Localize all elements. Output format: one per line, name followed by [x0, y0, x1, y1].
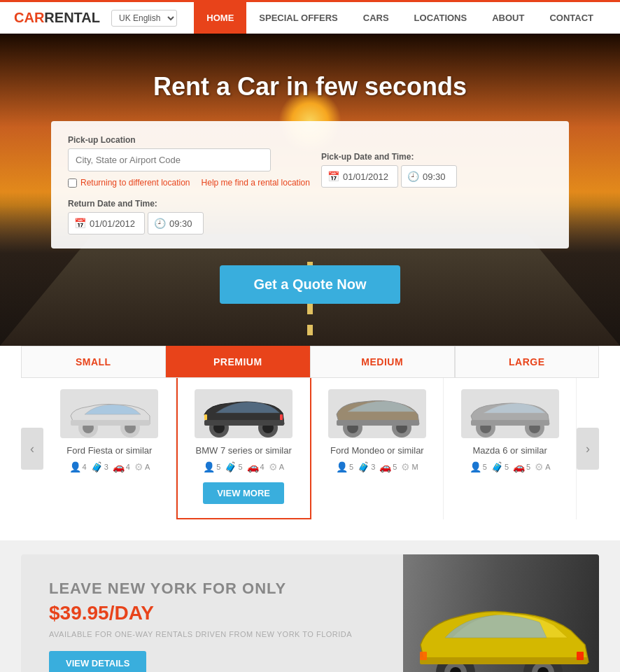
- language-select[interactable]: UK English: [111, 10, 177, 27]
- car-image-2: [195, 389, 293, 438]
- pickup-date-label: Pick-up Date and Time:: [321, 152, 457, 162]
- car-card-2: BMW 7 series or similar 👤5 🧳5 🚗4 ⚙A VIEW…: [176, 378, 311, 519]
- pickup-date-value: 01/01/2012: [343, 172, 388, 182]
- hero-title: Rent a Car in few seconds: [153, 72, 467, 102]
- car-image-3: [328, 389, 426, 438]
- car-card-3: Ford Mondeo or similar 👤5 🧳3 🚗5 ⚙M: [311, 378, 444, 519]
- car-name-4: Mazda 6 or similar: [453, 445, 566, 456]
- car-specs-3: 👤5 🧳3 🚗5 ⚙M: [321, 461, 434, 472]
- promo-section: LEAVE NEW YORK FOR ONLY $39.95/DAY AVAIL…: [21, 554, 599, 672]
- car-image-4: [461, 389, 559, 438]
- cars-grid-wrapper: ‹ Ford Fiesta or similar: [21, 378, 599, 519]
- spec-bags-3: 🧳3: [358, 461, 375, 472]
- spec-passengers-2: 👤5: [203, 461, 220, 472]
- svg-rect-26: [420, 657, 588, 664]
- spec-bags-2: 🧳5: [225, 461, 242, 472]
- car-name-3: Ford Mondeo or similar: [321, 445, 434, 456]
- car-category-tabs: SMALL PREMIUM MEDIUM LARGE: [21, 346, 599, 378]
- search-form: Pick-up Location Returning to different …: [51, 121, 569, 248]
- returning-checkbox[interactable]: [68, 178, 77, 188]
- prev-cars-button[interactable]: ‹: [21, 428, 43, 470]
- svg-rect-11: [280, 414, 283, 420]
- return-date-value: 01/01/2012: [90, 218, 135, 229]
- spec-doors-4: 🚗5: [513, 461, 530, 472]
- promo-image: [403, 554, 599, 672]
- spec-doors-2: 🚗4: [247, 461, 265, 472]
- logo-car: CAR: [14, 10, 44, 25]
- main-nav: HOME SPECIAL OFFERS CARS LOCATIONS ABOUT…: [194, 1, 606, 35]
- calendar-icon: 📅: [327, 171, 339, 182]
- spec-trans-1: ⚙A: [134, 461, 150, 472]
- tab-small[interactable]: SMALL: [21, 346, 166, 377]
- top-navigation: CARRENTAL UK English HOME SPECIAL OFFERS…: [0, 0, 620, 34]
- return-date-label: Return Date and Time:: [68, 199, 204, 209]
- car-card-1: Ford Fiesta or similar 👤4 🧳3 🚗4 ⚙A: [43, 378, 176, 519]
- spec-trans-2: ⚙A: [269, 461, 284, 472]
- logo-rental: RENTAL: [44, 10, 100, 25]
- car-specs-1: 👤4 🧳3 🚗4 ⚙A: [53, 461, 166, 472]
- car-name-2: BMW 7 series or similar: [188, 445, 300, 456]
- pickup-time-input[interactable]: 🕘 09:30: [401, 165, 457, 188]
- clock-icon-2: 🕘: [154, 218, 166, 229]
- pickup-date-input[interactable]: 📅 01/01/2012: [321, 165, 398, 188]
- nav-contact[interactable]: CONTACT: [537, 1, 606, 35]
- cars-grid: Ford Fiesta or similar 👤4 🧳3 🚗4 ⚙A: [43, 378, 577, 519]
- spec-trans-3: ⚙M: [401, 461, 418, 472]
- svg-rect-10: [204, 414, 207, 420]
- promo-text-area: LEAVE NEW YORK FOR ONLY $39.95/DAY AVAIL…: [21, 554, 403, 672]
- svg-rect-16: [337, 420, 419, 426]
- site-logo: CARRENTAL: [14, 10, 100, 26]
- pickup-date-time-row: 📅 01/01/2012 🕘 09:30: [321, 165, 457, 188]
- pickup-location-input[interactable]: [68, 148, 271, 172]
- tab-premium[interactable]: PREMIUM: [166, 346, 311, 377]
- return-date-time-row: 📅 01/01/2012 🕘 09:30: [68, 212, 204, 234]
- nav-about[interactable]: ABOUT: [479, 1, 537, 35]
- help-rental-link[interactable]: Help me find a rental location: [202, 178, 310, 188]
- nav-locations[interactable]: LOCATIONS: [402, 1, 480, 35]
- pickup-time-value: 09:30: [423, 172, 446, 182]
- pickup-datetime-group: Pick-up Date and Time: 📅 01/01/2012 🕘 09…: [321, 152, 457, 188]
- spec-doors-3: 🚗5: [379, 461, 397, 472]
- spec-passengers-3: 👤5: [336, 461, 353, 472]
- car-image-1: [60, 389, 158, 438]
- promo-price: $39.95/DAY: [49, 602, 375, 624]
- promo-subtitle: AVAILABLE FOR ONE-WAY RENTALS DRIVEN FRO…: [49, 630, 375, 638]
- view-more-button[interactable]: VIEW MORE: [203, 482, 284, 504]
- svg-rect-21: [471, 420, 549, 426]
- spec-trans-4: ⚙A: [535, 461, 550, 472]
- return-time-value: 09:30: [169, 218, 192, 229]
- svg-rect-28: [577, 652, 584, 660]
- next-cars-button[interactable]: ›: [577, 428, 599, 470]
- spec-passengers-1: 👤4: [69, 461, 87, 472]
- nav-home[interactable]: HOME: [194, 1, 246, 35]
- get-quote-button[interactable]: Get a Quote Now: [220, 265, 400, 304]
- car-name-1: Ford Fiesta or similar: [53, 445, 166, 456]
- calendar-icon-2: 📅: [74, 218, 86, 229]
- return-datetime-group: Return Date and Time: 📅 01/01/2012 🕘 09:…: [68, 199, 204, 234]
- svg-rect-27: [420, 652, 427, 660]
- car-specs-4: 👤5 🧳5 🚗5 ⚙A: [453, 461, 566, 472]
- spec-passengers-4: 👤5: [470, 461, 487, 472]
- returning-checkbox-label[interactable]: Returning to different location: [68, 178, 190, 188]
- car-specs-2: 👤5 🧳5 🚗4 ⚙A: [188, 461, 300, 472]
- pickup-location-label: Pick-up Location: [68, 135, 310, 145]
- return-date-input[interactable]: 📅 01/01/2012: [68, 212, 145, 234]
- spec-bags-1: 🧳3: [91, 461, 108, 472]
- tab-large[interactable]: LARGE: [455, 346, 600, 377]
- promo-title: LEAVE NEW YORK FOR ONLY: [49, 580, 375, 598]
- clock-icon: 🕘: [407, 171, 419, 182]
- return-time-input[interactable]: 🕘 09:30: [148, 212, 204, 234]
- pickup-location-group: Pick-up Location Returning to different …: [68, 135, 310, 188]
- spec-doors-1: 🚗4: [113, 461, 130, 472]
- car-card-4: Mazda 6 or similar 👤5 🧳5 🚗5 ⚙A: [444, 378, 577, 519]
- nav-special-offers[interactable]: SPECIAL OFFERS: [246, 1, 350, 35]
- svg-rect-9: [204, 420, 284, 426]
- svg-rect-4: [71, 420, 150, 426]
- spec-bags-4: 🧳5: [491, 461, 509, 472]
- tab-medium[interactable]: MEDIUM: [310, 346, 455, 377]
- cars-section: SMALL PREMIUM MEDIUM LARGE ‹: [0, 346, 620, 540]
- view-details-button[interactable]: VIEW DETAILS: [49, 651, 146, 672]
- hero-section: Rent a Car in few seconds Pick-up Locati…: [0, 34, 620, 346]
- nav-cars[interactable]: CARS: [351, 1, 402, 35]
